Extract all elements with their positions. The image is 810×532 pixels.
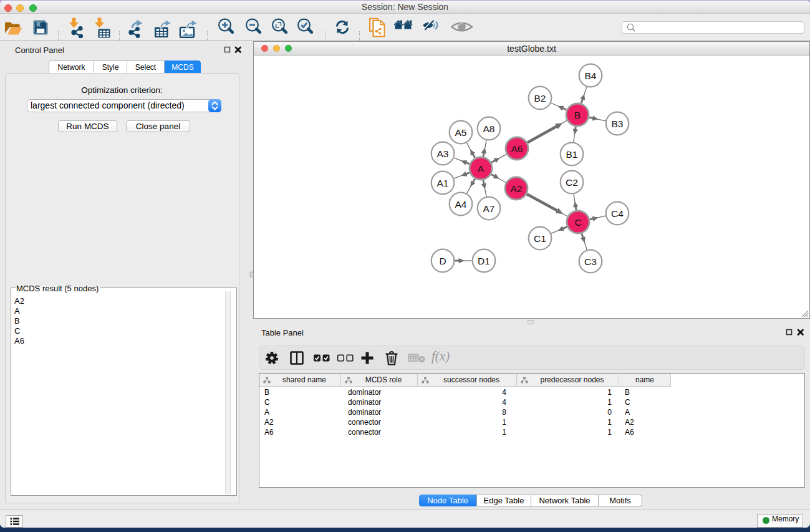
svg-text:C1: C1 [534, 233, 546, 244]
svg-text:C2: C2 [566, 177, 578, 188]
svg-text:A5: A5 [455, 127, 467, 138]
svg-text:B3: B3 [612, 118, 624, 129]
svg-text:B4: B4 [585, 70, 597, 81]
svg-text:B1: B1 [566, 149, 578, 160]
svg-text:A6: A6 [511, 143, 523, 154]
svg-text:A4: A4 [455, 199, 467, 210]
svg-text:A8: A8 [483, 123, 495, 134]
svg-text:B2: B2 [534, 93, 546, 104]
svg-text:A1: A1 [437, 178, 449, 188]
svg-text:A3: A3 [437, 148, 449, 159]
svg-text:D1: D1 [478, 256, 490, 266]
svg-text:A2: A2 [511, 183, 523, 194]
svg-text:B: B [574, 110, 581, 120]
svg-text:A: A [478, 163, 485, 174]
svg-text:C: C [574, 217, 581, 228]
svg-text:C4: C4 [611, 208, 624, 219]
svg-text:A7: A7 [483, 203, 495, 214]
svg-text:D: D [439, 256, 446, 266]
svg-text:C3: C3 [584, 256, 597, 267]
